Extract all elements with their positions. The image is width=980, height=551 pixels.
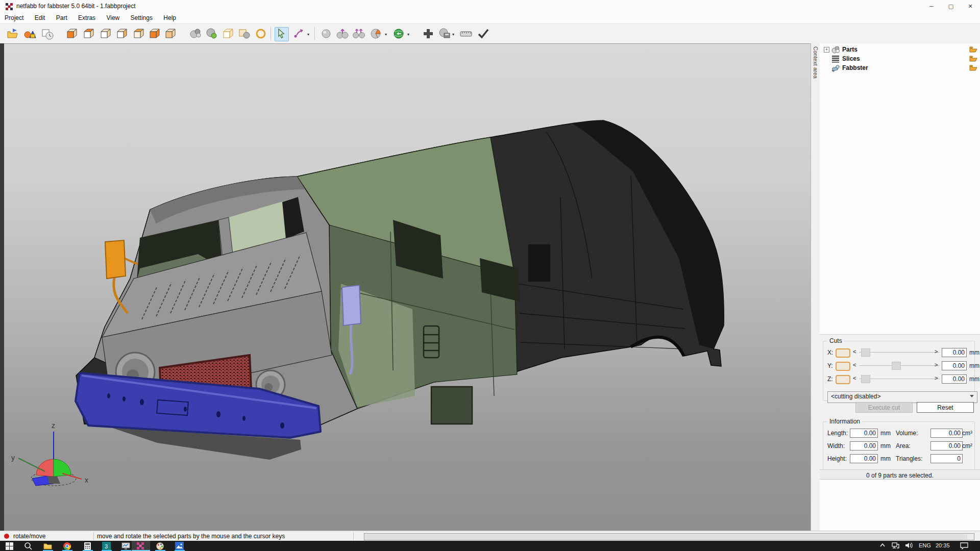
slice-caret-icon[interactable]: ▾ [407,32,409,37]
measure-icon[interactable] [459,27,473,40]
cutting-mode-dropdown[interactable]: <cutting disabled> [827,391,977,403]
box-frame-icon[interactable] [222,27,235,40]
cut-z-value[interactable]: 0.00 [942,374,967,384]
paint-icon[interactable] [156,542,164,550]
slider-left-arrow[interactable]: < [853,348,856,355]
tree-item-parts[interactable]: + Parts [820,45,980,54]
open-folder-icon[interactable] [969,55,977,63]
project-info-icon[interactable] [41,27,54,40]
menu-view[interactable]: View [102,13,124,21]
maximize-button[interactable]: ▢ [941,0,961,13]
default-part-icon[interactable] [320,27,333,40]
width-value[interactable]: 0.00 [850,441,878,450]
cut-x-slider-track[interactable] [859,352,940,353]
volume-value[interactable]: 0.00 [930,429,963,438]
menu-settings[interactable]: Settings [126,13,157,21]
select-cursor-icon[interactable] [275,27,289,41]
menu-help[interactable]: Help [159,13,181,21]
view-cube-top-icon[interactable] [132,27,145,40]
part-quality-icon[interactable] [205,27,218,40]
status-separator [93,532,94,540]
open-folder-icon[interactable] [969,64,977,72]
slider-right-arrow[interactable]: > [935,375,938,381]
view-cube-iso-icon[interactable] [164,27,177,40]
system-monitor-icon[interactable] [121,542,130,550]
length-value[interactable]: 0.00 [850,429,878,438]
expander-icon[interactable]: + [824,47,829,53]
view-cube-front-icon[interactable] [65,27,79,40]
triangles-value[interactable]: 0 [930,454,963,463]
add-part-icon[interactable] [23,27,37,40]
horizontal-scrollbar[interactable] [364,533,974,540]
cut-x-value[interactable]: 0.00 [942,348,967,357]
cut-row-x: X: < > 0.00 mm [823,348,976,357]
move-rotate-caret-icon[interactable]: ▾ [307,32,309,37]
analyse-caret-icon[interactable]: ▾ [385,32,387,37]
view-cube-bottom-icon[interactable] [148,27,161,40]
height-value[interactable]: 0.00 [850,454,878,463]
menu-extras[interactable]: Extras [74,13,100,21]
cut-z-slider-track[interactable] [859,379,940,379]
reset-button[interactable]: Reset [917,402,974,413]
cut-y-slider-thumb[interactable] [892,362,901,370]
chrome-icon[interactable] [63,542,71,550]
slider-left-arrow[interactable]: < [853,362,856,368]
close-button[interactable]: ✕ [961,0,980,13]
tray-clock[interactable]: 20:35 [936,542,950,548]
mode-indicator-icon [4,534,9,539]
export-caret-icon[interactable]: ▾ [452,32,454,37]
minimize-button[interactable]: ─ [922,0,941,13]
cube-sphere-icon[interactable] [238,27,251,40]
cut-y-toggle[interactable] [836,362,850,371]
execute-cut-button[interactable]: Execute cut [855,402,913,413]
open-project-icon[interactable] [6,27,19,40]
slider-right-arrow[interactable]: > [935,348,938,355]
3dsmax-icon[interactable]: 3 [102,542,111,550]
cut-x-toggle[interactable] [836,348,850,358]
start-button-icon[interactable] [5,542,14,550]
speaker-icon[interactable] [904,541,914,550]
viewport-3d[interactable]: z y x [4,43,811,531]
context-area-tab[interactable]: Context area [811,43,820,531]
menu-project[interactable]: Project [0,13,28,21]
netfabb-taskbar-active[interactable] [132,541,150,551]
validate-icon[interactable] [477,27,490,40]
cut-x-unit: mm [969,349,979,356]
slice-icon[interactable] [392,27,405,40]
photos-icon[interactable] [175,542,184,550]
cut-y-value[interactable]: 0.00 [942,361,967,370]
cut-x-slider-thumb[interactable] [861,348,870,357]
slider-left-arrow[interactable]: < [853,375,856,381]
file-explorer-icon[interactable] [43,542,52,550]
cut-y-unit: mm [969,362,979,369]
view-cube-right-icon[interactable] [115,27,129,40]
search-icon[interactable] [24,542,33,550]
tree-item-fabbster[interactable]: Fabbster [820,63,980,72]
area-value[interactable]: 0.00 [930,441,963,450]
scale-part-icon[interactable] [352,27,365,40]
tray-language[interactable]: ENG [919,542,931,548]
view-cube-left-icon[interactable] [99,27,112,40]
add-icon[interactable] [422,27,435,40]
menu-part[interactable]: Part [52,13,72,21]
model-rear-window[interactable] [528,244,550,282]
notification-icon[interactable] [960,541,969,550]
view-cube-back-icon[interactable] [82,27,95,40]
export-icon[interactable] [438,27,451,40]
slider-right-arrow[interactable]: > [935,362,938,368]
network-icon[interactable] [891,541,900,550]
tray-chevron-icon[interactable] [879,541,886,550]
cut-x-label: X: [827,349,833,356]
menu-edit[interactable]: Edit [30,13,50,21]
open-folder-icon[interactable] [969,46,977,54]
cut-z-slider-thumb[interactable] [861,375,870,383]
zoom-icon[interactable] [254,27,267,40]
move-part-icon[interactable] [336,27,349,40]
cut-z-toggle[interactable] [836,375,850,384]
analyse-icon[interactable] [370,27,383,40]
app-logo-icon [5,3,13,11]
move-rotate-icon[interactable] [292,27,305,40]
tree-item-slices[interactable]: Slices [820,54,980,63]
repair-part-icon[interactable] [189,27,202,40]
calculator-icon[interactable] [83,542,92,550]
